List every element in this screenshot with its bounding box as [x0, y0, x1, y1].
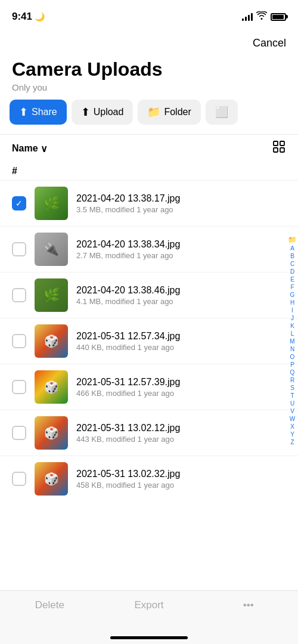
list-item: 🎲 2021-05-31 12.57.34.jpg 440 KB, modifi…	[0, 318, 298, 364]
file-name: 2021-05-31 13.02.12.jpg	[76, 423, 286, 434]
share-button[interactable]: ⬆ Share	[10, 100, 67, 125]
file-checkbox[interactable]	[12, 242, 26, 256]
list-item: ✓ 🌿 2021-04-20 13.38.17.jpg 3.5 MB, modi…	[0, 180, 298, 226]
file-checkbox[interactable]: ✓	[12, 196, 26, 210]
file-thumbnail: 🎲	[35, 324, 68, 358]
file-info: 2021-04-20 13.38.46.jpg 4.1 MB, modified…	[76, 285, 286, 306]
header: Cancel	[0, 30, 298, 54]
file-thumbnail: 🎲	[35, 370, 68, 404]
alpha-index-item[interactable]: O	[290, 354, 295, 361]
file-meta: 440 KB, modified 1 year ago	[76, 343, 286, 352]
list-item: 🌿 2021-04-20 13.38.46.jpg 4.1 MB, modifi…	[0, 272, 298, 318]
grid-view-button[interactable]	[272, 140, 286, 157]
file-name: 2021-05-31 12.57.39.jpg	[76, 377, 286, 388]
alpha-index-item[interactable]: D	[290, 268, 294, 275]
alpha-index-item[interactable]: W	[290, 416, 295, 423]
screenshot-icon: ⬜	[215, 106, 228, 119]
alpha-index-item[interactable]: L	[291, 330, 294, 338]
alpha-index-item[interactable]: 📁	[288, 236, 297, 244]
file-list: ✓ 🌿 2021-04-20 13.38.17.jpg 3.5 MB, modi…	[0, 180, 298, 501]
title-area: Camera Uploads Only you	[0, 54, 298, 100]
alpha-index-item[interactable]: K	[290, 323, 294, 330]
status-time: 9:41	[12, 11, 32, 23]
delete-button[interactable]: Delete	[0, 599, 100, 611]
alpha-index-item[interactable]: A	[290, 245, 294, 252]
alpha-index-item[interactable]: B	[290, 253, 294, 260]
file-meta: 3.5 MB, modified 1 year ago	[76, 205, 286, 214]
share-label: Share	[32, 107, 57, 117]
alpha-index-item[interactable]: E	[290, 276, 294, 283]
file-name: 2021-04-20 13.38.46.jpg	[76, 285, 286, 296]
file-thumbnail: 🎲	[35, 416, 68, 450]
file-checkbox[interactable]	[12, 380, 26, 394]
page-title: Camera Uploads	[12, 59, 286, 80]
home-indicator	[110, 636, 188, 639]
more-button[interactable]: •••	[198, 599, 298, 611]
sort-button[interactable]: Name ∨	[12, 143, 48, 154]
wifi-icon	[256, 11, 267, 22]
list-item: 🎲 2021-05-31 12.57.39.jpg 466 KB, modifi…	[0, 364, 298, 410]
file-info: 2021-05-31 12.57.34.jpg 440 KB, modified…	[76, 331, 286, 352]
alpha-index-item[interactable]: T	[290, 392, 294, 400]
alpha-index-item[interactable]: C	[290, 261, 294, 268]
upload-button[interactable]: ⬆ Upload	[72, 100, 134, 125]
folder-icon: 📁	[147, 106, 160, 119]
file-meta: 466 KB, modified 1 year ago	[76, 389, 286, 398]
file-name: 2021-04-20 13.38.17.jpg	[76, 193, 286, 204]
alpha-index-item[interactable]: G	[290, 292, 295, 299]
list-item: 🔌 2021-04-20 13.38.34.jpg 2.7 MB, modifi…	[0, 226, 298, 272]
alpha-index-item[interactable]: J	[291, 315, 294, 322]
file-meta: 443 KB, modified 1 year ago	[76, 435, 286, 444]
alpha-index-item[interactable]: R	[290, 377, 294, 384]
screenshot-button[interactable]: ⬜	[206, 100, 238, 125]
alpha-index-item[interactable]: U	[290, 400, 294, 407]
file-thumbnail: 🌿	[35, 187, 68, 220]
alpha-index-item[interactable]: H	[290, 299, 294, 306]
folder-label: Folder	[164, 107, 191, 117]
alpha-index-item[interactable]: N	[290, 346, 294, 353]
alpha-index-item[interactable]: Y	[290, 431, 294, 438]
export-button[interactable]: Export	[100, 599, 199, 611]
alpha-index-item[interactable]: I	[291, 307, 293, 314]
list-item: 🎲 2021-05-31 13.02.12.jpg 443 KB, modifi…	[0, 410, 298, 456]
action-bar: ⬆ Share ⬆ Upload 📁 Folder ⬜	[0, 100, 298, 134]
alpha-index-item[interactable]: S	[290, 385, 294, 392]
chevron-down-icon: ∨	[41, 143, 48, 154]
alpha-index-item[interactable]: V	[290, 408, 294, 415]
subtitle: Only you	[12, 82, 286, 92]
file-info: 2021-04-20 13.38.17.jpg 3.5 MB, modified…	[76, 193, 286, 214]
file-name: 2021-04-20 13.38.34.jpg	[76, 239, 286, 250]
alpha-index-item[interactable]: X	[290, 423, 294, 431]
battery-icon	[271, 13, 286, 21]
alpha-index-item[interactable]: Z	[290, 439, 294, 446]
alpha-index-item[interactable]: F	[290, 284, 294, 291]
file-thumbnail: 🔌	[35, 233, 68, 266]
file-meta: 458 KB, modified 1 year ago	[76, 481, 286, 490]
upload-icon: ⬆	[81, 106, 90, 119]
alpha-index-item[interactable]: Q	[290, 369, 295, 376]
sort-label-text: Name	[12, 143, 38, 154]
file-meta: 4.1 MB, modified 1 year ago	[76, 297, 286, 306]
section-header: #	[0, 162, 298, 180]
file-thumbnail: 🎲	[35, 462, 68, 496]
file-checkbox[interactable]	[12, 288, 26, 302]
file-info: 2021-05-31 12.57.39.jpg 466 KB, modified…	[76, 377, 286, 398]
cancel-button[interactable]: Cancel	[253, 35, 286, 52]
svg-rect-3	[280, 148, 284, 152]
alpha-index-item[interactable]: P	[290, 361, 294, 369]
alpha-index-item[interactable]: M	[290, 338, 294, 345]
file-checkbox[interactable]	[12, 426, 26, 440]
svg-rect-1	[280, 141, 284, 145]
moon-icon: 🌙	[35, 12, 45, 21]
list-item: 🎲 2021-05-31 13.02.32.jpg 458 KB, modifi…	[0, 456, 298, 501]
file-name: 2021-05-31 12.57.34.jpg	[76, 331, 286, 342]
share-icon: ⬆	[19, 106, 28, 119]
file-checkbox[interactable]	[12, 334, 26, 348]
sort-bar: Name ∨	[0, 134, 298, 162]
file-checkbox[interactable]	[12, 472, 26, 486]
upload-label: Upload	[94, 107, 124, 117]
file-info: 2021-05-31 13.02.32.jpg 458 KB, modified…	[76, 469, 286, 490]
folder-button[interactable]: 📁 Folder	[138, 100, 200, 125]
file-thumbnail: 🌿	[35, 278, 68, 312]
svg-rect-0	[274, 141, 278, 145]
